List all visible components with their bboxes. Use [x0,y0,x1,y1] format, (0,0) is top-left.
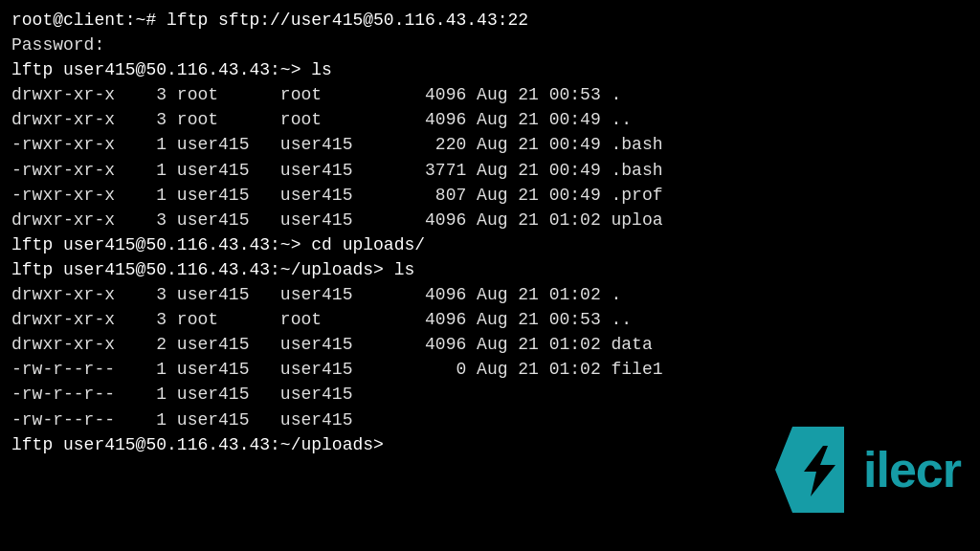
terminal-line-16: -rw-r--r-- 1 user415 user415 [11,382,969,407]
terminal-line-4: drwxr-xr-x 3 root root 4096 Aug 21 00:53… [11,82,969,107]
terminal-window: root@client:~# lftp sftp://user415@50.11… [0,0,980,551]
terminal-line-6: -rwxr-xr-x 1 user415 user415 220 Aug 21 … [11,132,969,157]
terminal-line-13: drwxr-xr-x 3 root root 4096 Aug 21 00:53… [11,307,969,332]
terminal-line-11: lftp user415@50.116.43.43:~/uploads> ls [11,257,969,282]
terminal-line-10: lftp user415@50.116.43.43:~> cd uploads/ [11,232,969,257]
terminal-line-18: lftp user415@50.116.43.43:~/uploads> [11,432,969,457]
terminal-line-15: -rw-r--r-- 1 user415 user415 0 Aug 21 01… [11,357,969,382]
terminal-line-1: root@client:~# lftp sftp://user415@50.11… [11,8,969,33]
terminal-line-17: -rw-r--r-- 1 user415 user415 [11,408,969,432]
terminal-line-3: lftp user415@50.116.43.43:~> ls [11,57,969,82]
terminal-line-12: drwxr-xr-x 3 user415 user415 4096 Aug 21… [11,282,969,307]
terminal-line-7: -rwxr-xr-x 1 user415 user415 3771 Aug 21… [11,158,969,183]
terminal-line-5: drwxr-xr-x 3 root root 4096 Aug 21 00:49… [11,107,969,132]
terminal-line-9: drwxr-xr-x 3 user415 user415 4096 Aug 21… [11,208,969,232]
terminal-line-2: Password: [11,33,969,57]
terminal-line-8: -rwxr-xr-x 1 user415 user415 807 Aug 21 … [11,183,969,208]
terminal-line-14: drwxr-xr-x 2 user415 user415 4096 Aug 21… [11,332,969,357]
